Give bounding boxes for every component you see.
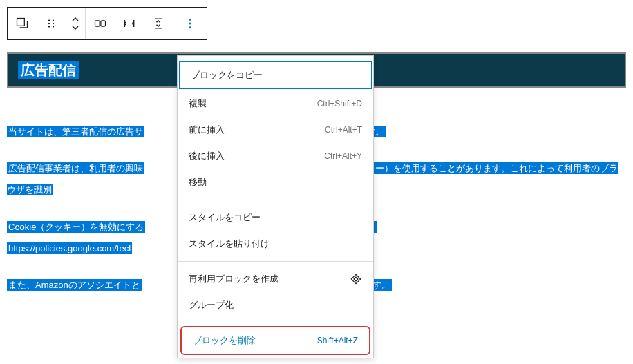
menu-delete-highlight: ブロックを削除Shift+Alt+Z bbox=[180, 326, 370, 355]
stack-icon bbox=[15, 17, 29, 30]
toolbar-group-2 bbox=[86, 8, 173, 39]
more-options-button[interactable] bbox=[173, 8, 207, 39]
svg-rect-7 bbox=[95, 21, 100, 26]
svg-point-3 bbox=[48, 26, 50, 27]
block-options-menu: ブロックをコピー 複製Ctrl+Shift+D 前に挿入Ctrl+Alt+T 後… bbox=[177, 55, 374, 358]
dots-vertical-icon bbox=[183, 17, 197, 30]
width-icon bbox=[122, 17, 136, 30]
menu-insert-after[interactable]: 後に挿入Ctrl+Alt+Y bbox=[178, 143, 373, 169]
svg-point-10 bbox=[189, 23, 191, 25]
svg-point-11 bbox=[189, 26, 191, 28]
svg-point-4 bbox=[53, 19, 54, 21]
menu-section-2: スタイルをコピー スタイルを貼り付け bbox=[178, 200, 373, 262]
menu-create-reusable[interactable]: 再利用ブロックを作成 bbox=[178, 266, 373, 292]
menu-insert-before[interactable]: 前に挿入Ctrl+Alt+T bbox=[178, 117, 373, 143]
block-type-button[interactable] bbox=[8, 8, 37, 39]
menu-delete-block[interactable]: ブロックを削除Shift+Alt+Z bbox=[182, 327, 369, 354]
banner-title[interactable]: 広告配信 bbox=[18, 61, 79, 79]
menu-section-3: 再利用ブロックを作成 グループ化 bbox=[178, 262, 373, 323]
drag-handle-button[interactable] bbox=[37, 8, 66, 39]
svg-point-2 bbox=[48, 23, 50, 24]
reusable-icon bbox=[350, 273, 362, 285]
svg-point-5 bbox=[53, 23, 54, 24]
drag-icon bbox=[45, 17, 57, 30]
menu-move[interactable]: 移動 bbox=[178, 169, 373, 195]
svg-point-6 bbox=[53, 26, 54, 27]
width-button[interactable] bbox=[115, 8, 144, 39]
svg-rect-0 bbox=[17, 19, 25, 26]
menu-group[interactable]: グループ化 bbox=[178, 292, 373, 318]
svg-rect-8 bbox=[101, 21, 106, 26]
svg-point-1 bbox=[48, 19, 50, 21]
move-updown-button[interactable] bbox=[66, 8, 85, 39]
menu-copy-block[interactable]: ブロックをコピー bbox=[179, 61, 372, 89]
toolbar-group-1 bbox=[8, 8, 86, 39]
menu-section-1: ブロックをコピー 複製Ctrl+Shift+D 前に挿入Ctrl+Alt+T 後… bbox=[178, 56, 373, 200]
link-icon bbox=[93, 17, 107, 30]
menu-duplicate[interactable]: 複製Ctrl+Shift+D bbox=[178, 90, 373, 117]
toolbar-group-3 bbox=[173, 8, 207, 39]
height-icon bbox=[151, 17, 165, 30]
height-button[interactable] bbox=[144, 8, 173, 39]
svg-point-9 bbox=[189, 19, 191, 21]
chevron-updown-icon bbox=[70, 16, 81, 31]
menu-copy-style[interactable]: スタイルをコピー bbox=[178, 204, 373, 231]
block-toolbar bbox=[7, 7, 207, 40]
align-button[interactable] bbox=[86, 8, 115, 39]
menu-paste-style[interactable]: スタイルを貼り付け bbox=[178, 231, 373, 257]
